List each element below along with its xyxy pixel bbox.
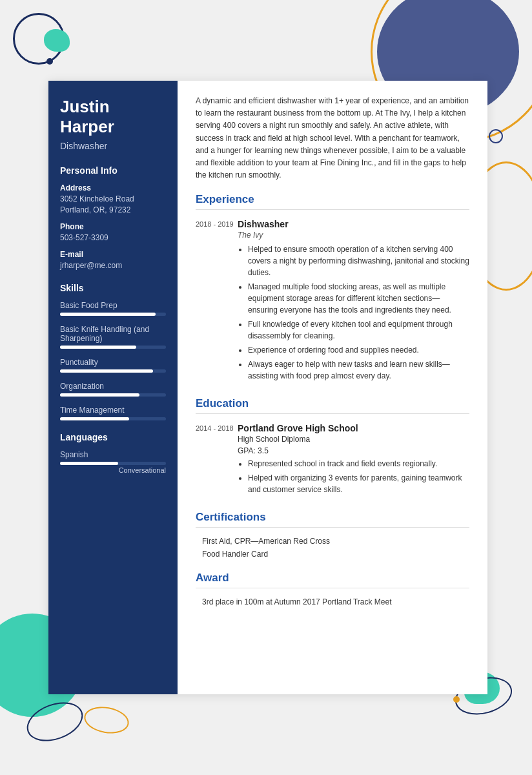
certification-entry: First Aid, CPR—American Red Cross — [196, 537, 469, 546]
award-text: 3rd place in 100m at Autumn 2017 Portlan… — [202, 597, 469, 606]
education-entry: 2014 - 2018 Portland Grove High School H… — [196, 423, 469, 498]
entry-date: 2014 - 2018 — [196, 423, 238, 498]
entry-school: Portland Grove High School — [238, 423, 469, 433]
bullet-item: Full knowledge of every kitchen tool and… — [248, 318, 469, 342]
sidebar: Justin Harper Dishwasher Personal Info A… — [48, 81, 178, 694]
certifications-entries: First Aid, CPR—American Red CrossFood Ha… — [196, 537, 469, 559]
bullet-item: Helped to ensure smooth operation of a k… — [248, 243, 469, 278]
deco-dot — [46, 58, 53, 65]
skill-label: Punctuality — [60, 358, 166, 367]
skill-bar-bg — [60, 393, 166, 397]
certifications-section: Certifications First Aid, CPR—American R… — [196, 511, 469, 559]
bullet-item: Always eager to help with new tasks and … — [248, 358, 469, 382]
email-label: E-mail — [60, 250, 166, 259]
certification-entry: Food Handler Card — [196, 550, 469, 559]
cert-text: First Aid, CPR—American Red Cross — [202, 537, 469, 546]
language-label: Spanish — [60, 450, 166, 459]
skill-item: Basic Food Prep — [60, 301, 166, 316]
entry-list: Helped to ensure smooth operation of a k… — [238, 243, 469, 382]
candidate-title: Dishwasher — [60, 141, 166, 151]
entry-body: Portland Grove High School High School D… — [238, 423, 469, 498]
language-bar-fill — [60, 462, 118, 465]
awards-entries: 3rd place in 100m at Autumn 2017 Portlan… — [196, 597, 469, 606]
deco-dot-br — [453, 696, 460, 703]
languages-heading: Languages — [60, 432, 166, 442]
skill-bar-fill — [60, 313, 156, 316]
summary-text: A dynamic and efficient dishwasher with … — [196, 95, 469, 181]
education-heading: Education — [196, 397, 469, 414]
skills-list: Basic Food Prep Basic Knife Handling (an… — [60, 301, 166, 420]
skill-bar-fill — [60, 369, 153, 373]
main-content: A dynamic and efficient dishwasher with … — [178, 81, 487, 694]
skill-item: Basic Knife Handling (and Sharpening) — [60, 325, 166, 349]
address-label: Address — [60, 183, 166, 192]
language-item: Spanish Conversational — [60, 450, 166, 474]
bullet-item: Experience of ordering food and supplies… — [248, 344, 469, 356]
award-section: Award 3rd place in 100m at Autumn 2017 P… — [196, 572, 469, 606]
skills-heading: Skills — [60, 283, 166, 293]
skill-label: Organization — [60, 382, 166, 391]
entry-degree: High School Diploma — [238, 435, 469, 444]
education-entries: 2014 - 2018 Portland Grove High School H… — [196, 423, 469, 498]
address-line1: 3052 Kincheloe Road — [60, 194, 166, 205]
skill-label: Basic Knife Handling (and Sharpening) — [60, 325, 166, 343]
entry-body: Dishwasher The Ivy Helped to ensure smoo… — [238, 219, 469, 384]
skill-bar-fill — [60, 393, 139, 397]
skill-bar-bg — [60, 346, 166, 349]
skill-bar-bg — [60, 313, 166, 316]
deco-ring-bottom-left — [21, 695, 88, 748]
experience-section: Experience 2018 - 2019 Dishwasher The Iv… — [196, 193, 469, 384]
entry-company: The Ivy — [238, 231, 469, 240]
skill-bar-fill — [60, 417, 129, 420]
experience-entries: 2018 - 2019 Dishwasher The Ivy Helped to… — [196, 219, 469, 384]
bullet-item: Helped with organizing 3 events for pare… — [248, 472, 469, 495]
skill-item: Time Management — [60, 406, 166, 420]
entry-list: Represented school in track and field ev… — [238, 458, 469, 495]
language-bar-bg — [60, 462, 166, 465]
entry-date: 2018 - 2019 — [196, 219, 238, 384]
skill-label: Time Management — [60, 406, 166, 415]
skill-bar-bg — [60, 417, 166, 420]
phone-label: Phone — [60, 222, 166, 231]
deco-ring-bottom-left2 — [82, 703, 131, 737]
skill-item: Organization — [60, 382, 166, 397]
email-value: jrharper@me.com — [60, 260, 166, 271]
experience-entry: 2018 - 2019 Dishwasher The Ivy Helped to… — [196, 219, 469, 384]
language-level: Conversational — [60, 466, 166, 474]
skill-bar-fill — [60, 346, 136, 349]
deco-circle-top-left — [13, 13, 65, 65]
skill-item: Punctuality — [60, 358, 166, 373]
skill-label: Basic Food Prep — [60, 301, 166, 310]
phone-value: 503-527-3309 — [60, 232, 166, 243]
personal-info-heading: Personal Info — [60, 165, 166, 176]
cert-text: Food Handler Card — [202, 550, 469, 559]
skill-bar-bg — [60, 369, 166, 373]
award-entry: 3rd place in 100m at Autumn 2017 Portlan… — [196, 597, 469, 606]
resume-card: Justin Harper Dishwasher Personal Info A… — [48, 81, 487, 694]
deco-green-blob — [44, 29, 70, 52]
bullet-item: Represented school in track and field ev… — [248, 458, 469, 470]
candidate-name: Justin Harper — [60, 97, 166, 137]
education-section: Education 2014 - 2018 Portland Grove Hig… — [196, 397, 469, 498]
address-line2: Portland, OR, 97232 — [60, 205, 166, 216]
bullet-item: Managed multiple food stocking areas, as… — [248, 281, 469, 316]
entry-gpa: GPA: 3.5 — [238, 446, 469, 455]
deco-circle-right-mid — [489, 129, 503, 143]
languages-list: Spanish Conversational — [60, 450, 166, 474]
experience-heading: Experience — [196, 193, 469, 210]
award-heading: Award — [196, 572, 469, 588]
entry-role: Dishwasher — [238, 219, 469, 229]
certifications-heading: Certifications — [196, 511, 469, 528]
